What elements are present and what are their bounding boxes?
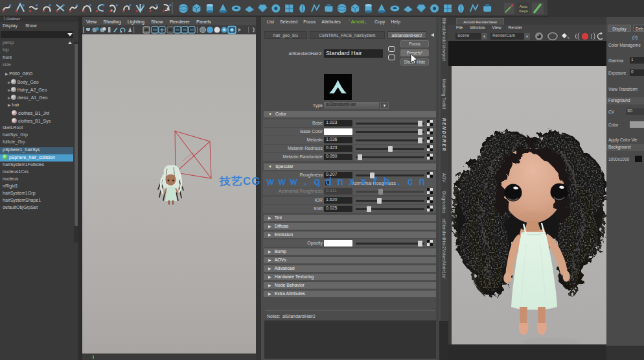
svg-text:Auto: Auto	[520, 5, 528, 8]
svg-text:Keys: Keys	[519, 9, 527, 13]
